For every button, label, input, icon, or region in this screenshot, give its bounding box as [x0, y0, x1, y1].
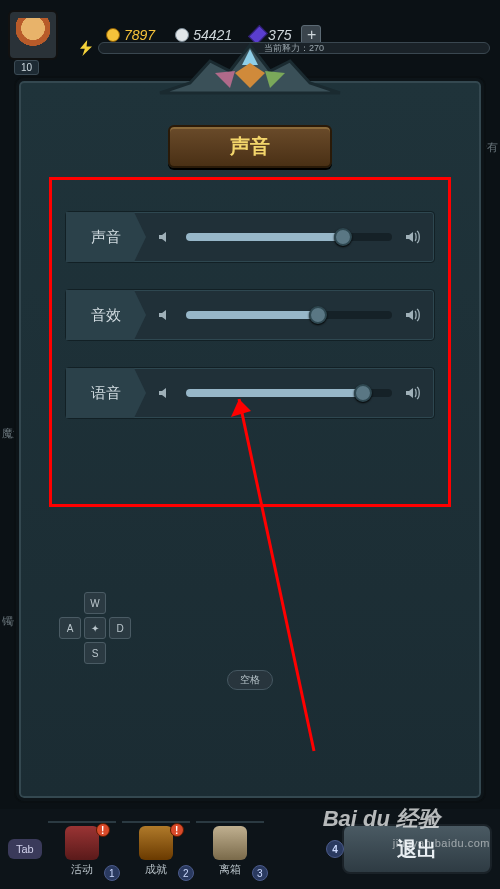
- slider-track-sound[interactable]: [186, 233, 392, 241]
- speaker-max-icon: [402, 226, 424, 248]
- dpad-up[interactable]: W: [84, 592, 106, 614]
- nav-label-chest: 离箱: [219, 862, 241, 877]
- energy-label: 当前释力：270: [264, 42, 324, 55]
- speaker-max-icon: [402, 304, 424, 326]
- player-level-badge: 10: [14, 60, 39, 75]
- alert-badge-icon: !: [96, 823, 110, 837]
- slider-row-voice: 语音: [65, 367, 435, 419]
- nav-button-chest[interactable]: 离箱 3: [196, 821, 264, 877]
- hotkey-badge: 4: [326, 840, 344, 858]
- slider-label-voice: 语音: [66, 368, 146, 418]
- hotkey-badge: 3: [252, 865, 268, 881]
- slider-row-sound: 声音: [65, 211, 435, 263]
- hotkey-badge: 2: [178, 865, 194, 881]
- slider-group: 声音 音效: [65, 211, 435, 419]
- dpad-down[interactable]: S: [84, 642, 106, 664]
- hotkey-badge: 1: [104, 865, 120, 881]
- nav-label-activity: 活动: [71, 862, 93, 877]
- chest-icon: [213, 826, 247, 860]
- slider-track-voice[interactable]: [186, 389, 392, 397]
- dpad-wasd: W A ✦ D S: [55, 588, 135, 668]
- energy-icon: [80, 40, 92, 56]
- speaker-min-icon: [154, 382, 176, 404]
- slider-thumb-voice[interactable]: [354, 384, 372, 402]
- energy-row: 当前释力：270: [80, 40, 490, 56]
- svg-marker-4: [265, 71, 285, 88]
- nav-button-achievement[interactable]: ! 成就 2: [122, 821, 190, 877]
- speaker-min-icon: [154, 304, 176, 326]
- player-avatar[interactable]: [8, 10, 58, 60]
- slider-row-sfx: 音效: [65, 289, 435, 341]
- modal-title: 声音: [168, 125, 332, 168]
- slider-track-sfx[interactable]: [186, 311, 392, 319]
- watermark-logo: Bai du 经验: [323, 804, 440, 834]
- tab-key-hint[interactable]: Tab: [8, 839, 42, 859]
- slider-thumb-sound[interactable]: [334, 228, 352, 246]
- dpad-left[interactable]: A: [59, 617, 81, 639]
- energy-bar[interactable]: 当前释力：270: [98, 42, 490, 54]
- nav-label-achievement: 成就: [145, 862, 167, 877]
- achievement-icon: [139, 826, 173, 860]
- watermark-url: jingyan.baidu.com: [393, 837, 490, 849]
- sound-settings-modal: 声音 声音 音效: [16, 78, 484, 801]
- space-key-hint[interactable]: 空格: [227, 670, 273, 690]
- svg-marker-3: [215, 71, 235, 88]
- dpad-right[interactable]: D: [109, 617, 131, 639]
- activity-icon: [65, 826, 99, 860]
- nav-button-activity[interactable]: ! 活动 1: [48, 821, 116, 877]
- alert-badge-icon: !: [170, 823, 184, 837]
- slider-thumb-sfx[interactable]: [309, 306, 327, 324]
- speaker-min-icon: [154, 226, 176, 248]
- speaker-max-icon: [402, 382, 424, 404]
- slider-label-sound: 声音: [66, 212, 146, 262]
- slider-label-sfx: 音效: [66, 290, 146, 340]
- dpad-center: ✦: [84, 617, 106, 639]
- top-hud: 7897 54421 375 +: [0, 0, 500, 70]
